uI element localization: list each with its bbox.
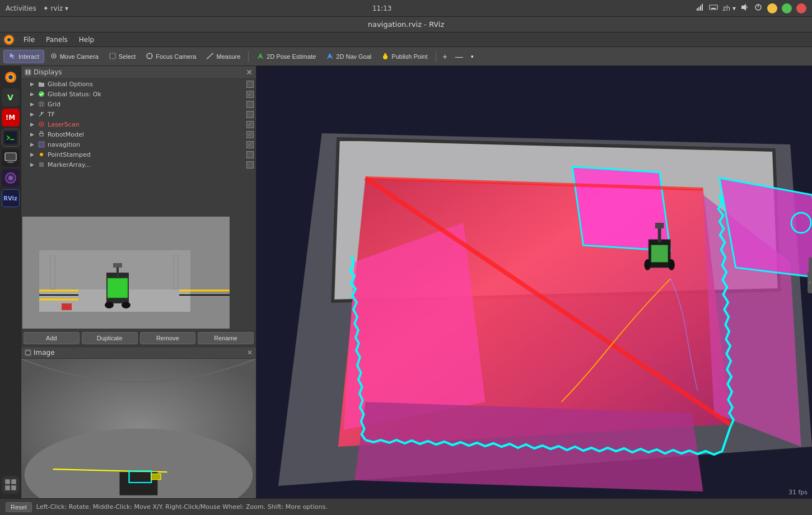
select-button[interactable]: Select [104, 50, 141, 63]
duplicate-button[interactable]: Duplicate [82, 332, 138, 344]
viewport-preview[interactable] [22, 217, 230, 329]
2d-nav-goal-button[interactable]: 2D Nav Goal [321, 50, 376, 63]
checkbox-robotmodel[interactable] [246, 131, 254, 138]
svg-rect-59 [40, 132, 43, 133]
right-collapse-handle[interactable]: ‹ [808, 271, 812, 293]
image-panel: Image ✕ [21, 347, 256, 498]
interact-button[interactable]: Interact [3, 50, 44, 63]
toolbar-dot-button[interactable]: • [468, 51, 477, 62]
app-icon-v[interactable]: V [2, 88, 20, 106]
status-hint: Left-Click: Rotate. Middle-Click: Move X… [36, 503, 328, 511]
svg-point-107 [644, 259, 651, 270]
app-icon-m[interactable]: !M [2, 109, 20, 127]
close-button[interactable] [796, 3, 806, 13]
minimize-button[interactable] [767, 3, 777, 13]
keyboard-layout[interactable]: zh ▾ [722, 4, 736, 12]
image-panel-header: Image ✕ [21, 347, 256, 359]
folder-icon [38, 80, 45, 88]
menu-file[interactable]: File [19, 35, 39, 45]
display-item-grid[interactable]: ▶ Grid [21, 99, 256, 109]
svg-rect-75 [174, 256, 178, 289]
rename-button[interactable]: Rename [198, 332, 254, 344]
keyboard-icon [709, 3, 718, 13]
checkbox-markerarray[interactable] [246, 161, 254, 168]
system-bar-right: zh ▾ [696, 3, 806, 13]
display-item-global-options[interactable]: ▶ Global Options [21, 79, 256, 89]
2d-pose-button[interactable]: 2D Pose Estimate [252, 50, 320, 63]
display-name-robotmodel: RobotModel [48, 131, 244, 138]
checkbox-laserscan[interactable] [246, 121, 254, 128]
activities-label[interactable]: Activities [6, 4, 36, 12]
fps-counter: 31 fps [788, 489, 808, 496]
svg-rect-46 [26, 70, 27, 74]
menu-panels[interactable]: Panels [41, 35, 72, 45]
remove-button[interactable]: Remove [140, 332, 196, 344]
display-item-pointstamped[interactable]: ▶ PointStamped [21, 149, 256, 160]
right-viewport[interactable]: ‹ 31 fps [256, 66, 812, 498]
app-icon-obs[interactable] [2, 169, 20, 187]
toolbar-plus-button[interactable]: + [440, 51, 451, 62]
publish-point-icon [381, 52, 389, 61]
display-item-tf[interactable]: ▶ TF [21, 109, 256, 119]
svg-rect-17 [110, 53, 115, 59]
move-camera-button[interactable]: Move Camera [45, 50, 103, 63]
reset-button[interactable]: Reset [6, 502, 32, 512]
maximize-button[interactable] [782, 3, 792, 13]
app-icon-firefox[interactable] [2, 68, 20, 86]
2d-nav-icon [326, 52, 334, 61]
expand-icon-tf: ▶ [30, 111, 34, 117]
marker-icon [38, 161, 45, 168]
app-icon-rviz[interactable]: RViz [2, 189, 20, 207]
display-item-global-status[interactable]: ▶ Global Status: Ok [21, 89, 256, 99]
title-bar: navigation.rviz - RViz [0, 17, 812, 32]
expand-icon-laser: ▶ [30, 121, 34, 127]
svg-rect-3 [702, 4, 703, 11]
svg-marker-26 [258, 53, 263, 59]
menu-help[interactable]: Help [74, 35, 99, 45]
display-item-robotmodel[interactable]: ▶ RobotModel [21, 129, 256, 139]
2d-pose-icon [256, 52, 264, 61]
app-icon-monitor[interactable] [2, 149, 20, 167]
focus-camera-button[interactable]: Focus Camera [141, 50, 200, 63]
display-name-global-status: Global Status: Ok [48, 91, 244, 98]
nav-icon [38, 141, 45, 148]
display-item-navigation[interactable]: ▶ navagition [21, 139, 256, 149]
toolbar-dash-button[interactable]: — [452, 51, 466, 62]
publish-point-button[interactable]: Publish Point [377, 50, 432, 63]
svg-point-14 [7, 38, 11, 41]
rviz-indicator[interactable]: ✦ rviz ▾ [43, 4, 68, 12]
preview-scene [22, 217, 230, 329]
svg-rect-0 [697, 8, 698, 11]
display-item-laserscan[interactable]: ▶ LaserScan [21, 119, 256, 129]
app-icon-grid-bottom[interactable] [2, 476, 20, 494]
app-icon-terminal[interactable] [2, 129, 20, 147]
display-name-tf: TF [48, 111, 244, 118]
checkbox-tf[interactable] [246, 111, 254, 118]
checkbox-grid[interactable] [246, 101, 254, 108]
svg-rect-1 [698, 7, 699, 11]
svg-rect-41 [5, 479, 10, 484]
displays-close-btn[interactable]: ✕ [246, 68, 253, 77]
checkbox-global-options[interactable] [246, 81, 254, 88]
expand-icon: ▶ [30, 81, 34, 87]
visualization-canvas [256, 66, 812, 498]
displays-panel: Displays ✕ ▶ Global Options ▶ [21, 66, 256, 347]
checkbox-global-status[interactable] [246, 91, 254, 98]
displays-header: Displays ✕ [21, 66, 256, 79]
main-layout: V !M RViz [0, 66, 812, 498]
svg-marker-99 [572, 167, 670, 251]
add-button[interactable]: Add [24, 332, 80, 344]
image-view[interactable] [21, 359, 256, 498]
checkbox-navigation[interactable] [246, 141, 254, 148]
tf-icon [38, 110, 45, 118]
checkbox-pointstamped[interactable] [246, 151, 254, 158]
display-item-markerarray[interactable]: ▶ MarkerArray... [21, 160, 256, 170]
display-name-laserscan: LaserScan [48, 121, 244, 128]
image-panel-close[interactable]: ✕ [247, 349, 253, 357]
measure-button[interactable]: Measure [202, 50, 245, 63]
panel-resize-handle[interactable] [809, 258, 812, 274]
svg-rect-79 [108, 278, 128, 298]
robot-icon [38, 130, 45, 138]
display-name-pointstamped: PointStamped [48, 151, 244, 158]
image-content [21, 359, 256, 498]
